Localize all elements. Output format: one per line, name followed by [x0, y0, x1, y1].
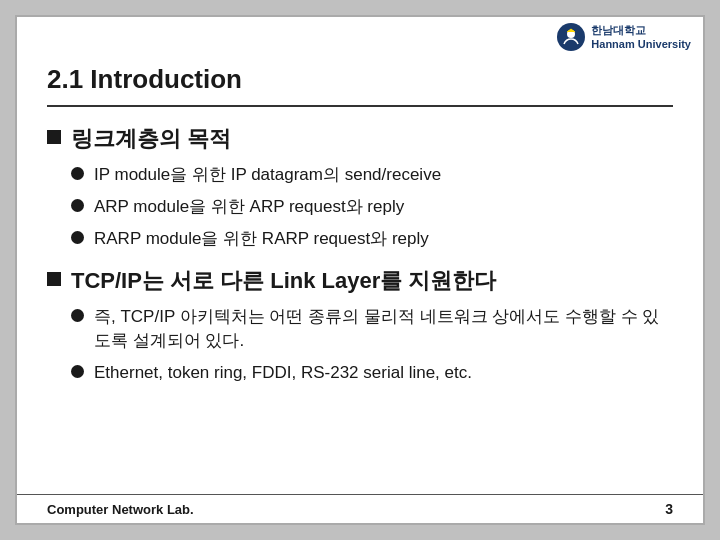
sub-bullet-1-2-text: ARP module을 위한 ARP request와 reply [94, 195, 404, 219]
main-bullet-2-text: TCP/IP는 서로 다른 Link Layer를 지원한다 [71, 267, 496, 296]
footer-page-number: 3 [665, 501, 673, 517]
square-bullet-icon [47, 130, 61, 144]
slide-container: 한남대학교 Hannam University 2.1 Introduction… [15, 15, 705, 525]
top-bar: 한남대학교 Hannam University [17, 17, 703, 56]
logo-icon [557, 23, 585, 51]
slide-title: 2.1 Introduction [47, 64, 673, 107]
sub-bullet-2-1: 즉, TCP/IP 아키텍처는 어떤 종류의 물리적 네트워크 상에서도 수행할… [71, 305, 673, 353]
slide-content: 2.1 Introduction 링크계층의 목적 IP module을 위한 … [17, 56, 703, 494]
sub-bullet-1-1: IP module을 위한 IP datagram의 send/receive [71, 163, 673, 187]
university-logo: 한남대학교 Hannam University [557, 23, 691, 52]
sub-bullet-2-2: Ethernet, token ring, FDDI, RS-232 seria… [71, 361, 673, 385]
circle-bullet-icon [71, 309, 84, 322]
sub-bullet-1-1-text: IP module을 위한 IP datagram의 send/receive [94, 163, 441, 187]
footer-lab-name: Computer Network Lab. [47, 502, 194, 517]
footer: Computer Network Lab. 3 [17, 494, 703, 523]
sub-bullet-1-3-text: RARP module을 위한 RARP request와 reply [94, 227, 429, 251]
university-name-korean: 한남대학교 [591, 23, 691, 37]
circle-bullet-icon [71, 199, 84, 212]
sub-bullets-1: IP module을 위한 IP datagram의 send/receive … [71, 163, 673, 250]
logo-text: 한남대학교 Hannam University [591, 23, 691, 52]
section-2: TCP/IP는 서로 다른 Link Layer를 지원한다 즉, TCP/IP… [47, 267, 673, 385]
sub-bullet-2-2-text: Ethernet, token ring, FDDI, RS-232 seria… [94, 361, 472, 385]
sub-bullet-2-1-text: 즉, TCP/IP 아키텍처는 어떤 종류의 물리적 네트워크 상에서도 수행할… [94, 305, 673, 353]
section-1: 링크계층의 목적 IP module을 위한 IP datagram의 send… [47, 125, 673, 251]
main-bullet-1-text: 링크계층의 목적 [71, 125, 231, 154]
main-bullet-1: 링크계층의 목적 [47, 125, 673, 154]
circle-bullet-icon [71, 231, 84, 244]
sub-bullet-1-2: ARP module을 위한 ARP request와 reply [71, 195, 673, 219]
square-bullet-icon [47, 272, 61, 286]
circle-bullet-icon [71, 365, 84, 378]
sub-bullet-1-3: RARP module을 위한 RARP request와 reply [71, 227, 673, 251]
sub-bullets-2: 즉, TCP/IP 아키텍처는 어떤 종류의 물리적 네트워크 상에서도 수행할… [71, 305, 673, 384]
main-bullet-2: TCP/IP는 서로 다른 Link Layer를 지원한다 [47, 267, 673, 296]
circle-bullet-icon [71, 167, 84, 180]
university-name-english: Hannam University [591, 37, 691, 51]
